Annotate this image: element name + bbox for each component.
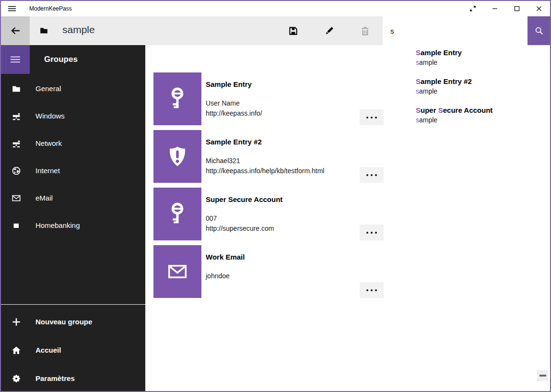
entry-text: Work Email johndoe xyxy=(206,245,364,281)
app-window: ModernKeePass sample xyxy=(0,0,551,392)
sidebar-item-windows[interactable]: Windows xyxy=(1,102,145,130)
entry-super-secure-account[interactable]: Super Secure Account 007 http://supersec… xyxy=(153,188,384,240)
folder-icon xyxy=(12,84,21,94)
suggestion-title: Super Secure Account xyxy=(416,106,550,115)
save-button[interactable] xyxy=(275,16,311,45)
pencil-icon xyxy=(324,26,334,36)
appbar-commands xyxy=(275,16,383,45)
entry-url: http://keepass.info/ xyxy=(206,108,364,119)
entry-work-email[interactable]: Work Email johndoe xyxy=(153,245,384,298)
shield-alert-icon xyxy=(164,143,190,169)
fullscreen-icon xyxy=(469,5,477,12)
titlebar: ModernKeePass xyxy=(1,1,550,16)
suggestion-subtitle: sample xyxy=(416,58,550,67)
sidebar-item-label: Nouveau groupe xyxy=(35,318,92,326)
main-content: Sample Entry User Name http://keepass.in… xyxy=(145,45,550,391)
entry-text: Super Secure Account 007 http://supersec… xyxy=(206,188,364,234)
minus-dash-icon xyxy=(539,375,546,377)
close-icon xyxy=(535,5,543,12)
appbar: sample xyxy=(1,16,550,45)
sidebar-item-label: Paramètres xyxy=(35,374,75,382)
home-icon xyxy=(12,345,21,355)
sidebar-item-param-tres[interactable]: Paramètres xyxy=(1,364,145,392)
sidebar-item-network[interactable]: Network xyxy=(1,130,145,157)
sidebar-item-label: Internet xyxy=(35,166,60,175)
search-suggestion-item[interactable]: Sample Entry sample xyxy=(416,48,550,67)
entry-list: Sample Entry User Name http://keepass.in… xyxy=(153,72,384,303)
mail-icon xyxy=(164,259,190,285)
sidebar-item-nouveau-groupe[interactable]: Nouveau groupe xyxy=(1,308,145,336)
entry-tile xyxy=(153,130,201,183)
search-suggestion-item[interactable]: Sample Entry #2 sample xyxy=(416,77,550,96)
entry-more-button[interactable] xyxy=(360,225,384,240)
entry-username: User Name xyxy=(206,98,364,108)
zoom-out-button[interactable] xyxy=(537,370,548,381)
search-box xyxy=(383,16,528,45)
sidebar-item-label: Windows xyxy=(35,112,65,120)
square-icon xyxy=(12,221,21,230)
entry-sample-entry-2[interactable]: Sample Entry #2 Michael321 http://keepas… xyxy=(153,130,384,183)
entry-text: Sample Entry #2 Michael321 http://keepas… xyxy=(206,130,364,176)
sidebar-commands: Nouveau groupe Accueil Paramètres xyxy=(1,308,145,392)
globe-icon xyxy=(12,166,21,176)
entry-title: Super Secure Account xyxy=(206,195,364,204)
entry-username: Michael321 xyxy=(206,156,364,166)
maximize-icon xyxy=(513,5,521,12)
entry-text: Sample Entry User Name http://keepass.in… xyxy=(206,72,364,119)
entry-title: Work Email xyxy=(206,253,364,261)
entry-username: 007 xyxy=(206,214,364,224)
plus-icon xyxy=(12,317,21,327)
fullscreen-button[interactable] xyxy=(462,1,484,16)
sidebar-item-email[interactable]: eMail xyxy=(1,184,145,212)
entry-tile xyxy=(153,188,201,240)
sidebar-item-internet[interactable]: Internet xyxy=(1,157,145,184)
delete-button[interactable] xyxy=(347,16,383,45)
hamburger-icon xyxy=(8,4,16,13)
nav-menu-button[interactable] xyxy=(1,45,30,74)
entry-username: johndoe xyxy=(206,271,364,281)
mail-icon xyxy=(12,193,21,203)
minimize-icon xyxy=(491,5,499,12)
sidebar-item-label: Homebanking xyxy=(35,221,80,229)
trash-icon xyxy=(360,26,370,36)
network-icon xyxy=(12,139,21,148)
entry-title: Sample Entry #2 xyxy=(206,138,364,146)
hamburger-icon xyxy=(10,54,21,65)
sidebar-item-homebanking[interactable]: Homebanking xyxy=(1,212,145,239)
minimize-button[interactable] xyxy=(484,1,506,16)
entry-more-button[interactable] xyxy=(360,109,384,125)
key-icon xyxy=(164,86,190,112)
maximize-button[interactable] xyxy=(506,1,528,16)
key-icon xyxy=(164,201,190,227)
group-list: General Windows Network Internet eMail H… xyxy=(1,75,145,239)
suggestion-title: Sample Entry xyxy=(416,48,550,58)
sidebar-item-accueil[interactable]: Accueil xyxy=(1,336,145,364)
groups-header: Groupes xyxy=(44,45,78,74)
entry-more-button[interactable] xyxy=(360,167,384,183)
entry-url: http://keepass.info/help/kb/testform.htm… xyxy=(206,166,364,176)
suggestion-title: Sample Entry #2 xyxy=(416,77,550,86)
save-icon xyxy=(288,26,298,36)
sidebar-item-label: Network xyxy=(35,139,62,147)
gear-icon xyxy=(12,374,21,383)
entry-tile xyxy=(153,72,201,125)
entry-more-button[interactable] xyxy=(360,282,384,298)
search-suggestion-item[interactable]: Super Secure Account sample xyxy=(416,106,550,125)
sidebar: Groupes General Windows Network Internet… xyxy=(1,45,145,391)
edit-button[interactable] xyxy=(311,16,347,45)
suggestion-subtitle: sample xyxy=(416,86,550,96)
back-button[interactable] xyxy=(1,16,30,45)
sidebar-item-general[interactable]: General xyxy=(1,75,145,102)
entry-sample-entry[interactable]: Sample Entry User Name http://keepass.in… xyxy=(153,72,384,125)
sidebar-item-label: General xyxy=(35,84,61,93)
close-button[interactable] xyxy=(528,1,550,16)
search-button[interactable] xyxy=(528,16,550,45)
titlebar-menu-button[interactable] xyxy=(1,1,23,16)
sidebar-item-label: Accueil xyxy=(35,346,61,354)
search-input[interactable] xyxy=(389,16,521,45)
search-icon xyxy=(534,26,544,36)
window-controls xyxy=(462,1,550,16)
network-icon xyxy=(12,111,21,121)
database-title: sample xyxy=(62,24,95,36)
app-title: ModernKeePass xyxy=(29,5,72,12)
